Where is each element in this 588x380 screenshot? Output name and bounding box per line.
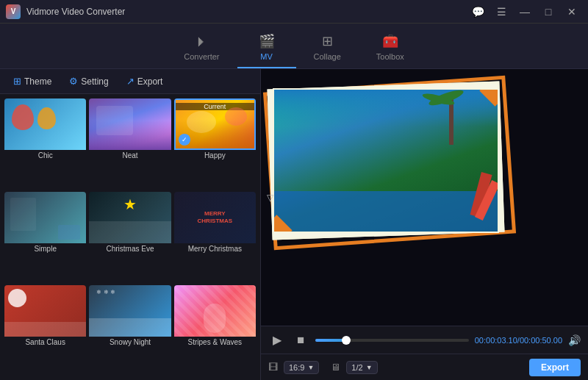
theme-tab-icon: ⊞ [13,76,21,87]
top-nav: ⏵ Converter 🎬 MV ⊞ Collage 🧰 Toolbox [0,24,588,69]
film-icon: 🎞 [268,362,278,373]
title-bar-controls: 💬 ☰ — □ ✕ [467,4,582,19]
play-button[interactable]: ▶ [268,331,286,349]
nav-label-mv: MV [260,52,273,61]
aspect-ratio-value: 16:9 [289,363,304,372]
toolbox-icon: 🧰 [382,33,398,49]
tab-export-label: Export [137,76,163,87]
minimize-button[interactable]: — [514,4,535,19]
export-button[interactable]: Export [529,359,581,376]
theme-neat[interactable]: Neat [89,98,171,189]
tab-theme[interactable]: ⊞ Theme [6,73,59,90]
theme-simple-label: Simple [4,243,86,255]
export-tab-icon: ↗ [126,76,135,87]
theme-happy-check: ✓ [179,134,190,146]
nav-item-converter[interactable]: ⏵ Converter [166,28,237,68]
progress-bar[interactable] [315,339,469,342]
title-bar: V Vidmore Video Converter 💬 ☰ — □ ✕ [0,0,588,24]
theme-snowy-night-label: Snowy Night [89,337,171,348]
tab-theme-label: Theme [24,76,51,87]
speed-select[interactable]: 1/2 ▼ [346,361,377,374]
title-bar-left: V Vidmore Video Converter [6,4,125,19]
merry-text: MERRYCHRISTMAS [198,210,233,224]
theme-christmas-eve[interactable]: ★ Christmas Eve [89,192,171,282]
preview-dropdown-arrow[interactable]: ▽ [267,193,273,203]
nav-label-converter: Converter [184,52,219,61]
theme-santa-claus[interactable]: Santa Claus [4,285,86,376]
time-display: 00:00:03.10/00:00:50.00 [475,336,562,345]
monitor-icon: 🖥 [331,362,340,373]
aspect-ratio-select[interactable]: 16:9 ▼ [284,361,319,374]
theme-christmas-eve-label: Christmas Eve [89,243,171,255]
sub-tabs: ⊞ Theme ⚙ Setting ↗ Export [0,69,260,94]
aspect-dropdown-icon: ▼ [307,364,314,371]
stop-button[interactable]: ⏹ [292,331,309,349]
theme-santa-claus-label: Santa Claus [4,337,86,348]
maximize-button[interactable]: □ [538,4,559,19]
video-preview: ▽ [261,69,588,326]
app-icon: V [6,4,21,19]
mv-icon: 🎬 [259,33,275,49]
theme-happy[interactable]: Current ✓ Happy [174,98,256,189]
app-title: Vidmore Video Converter [26,7,125,17]
nav-item-mv[interactable]: 🎬 MV [237,27,296,68]
converter-icon: ⏵ [195,34,208,49]
right-panel: ▽ ▶ ⏹ 00:00:03.10/00:00:50.00 🔊 🎞 16:9 ▼… [261,69,588,380]
theme-chic[interactable]: Chic [4,98,86,189]
progress-thumb [342,336,351,345]
nav-item-collage[interactable]: ⊞ Collage [296,27,359,68]
tab-export[interactable]: ↗ Export [119,73,171,90]
tab-setting[interactable]: ⚙ Setting [62,73,115,90]
theme-simple[interactable]: Simple [4,192,86,282]
collage-icon: ⊞ [322,33,333,49]
theme-neat-label: Neat [89,150,171,162]
nav-label-collage: Collage [314,52,341,61]
theme-merry-christmas-label: Merry Christmas [174,243,256,255]
theme-grid: Chic Neat Current ✓ Happy [0,94,260,380]
setting-tab-icon: ⚙ [69,76,78,87]
theme-snowy-night[interactable]: ❄ ❄ ❄ Snowy Night [89,285,171,376]
theme-stripes-waves[interactable]: Stripes & Waves [174,285,256,376]
theme-happy-label: Happy [174,150,256,162]
main-layout: ⊞ Theme ⚙ Setting ↗ Export Chic [0,69,588,380]
controls-bar: ▶ ⏹ 00:00:03.10/00:00:50.00 🔊 [261,326,588,354]
controls-bar2: 🎞 16:9 ▼ 🖥 1/2 ▼ Export [261,354,588,380]
menu-button[interactable]: ☰ [491,4,512,19]
nav-item-toolbox[interactable]: 🧰 Toolbox [359,27,422,68]
speed-dropdown-icon: ▼ [366,364,373,371]
speed-value: 1/2 [351,363,362,372]
volume-icon[interactable]: 🔊 [568,334,581,346]
left-panel: ⊞ Theme ⚙ Setting ↗ Export Chic [0,69,261,380]
theme-merry-christmas[interactable]: MERRYCHRISTMAS Merry Christmas [174,192,256,282]
theme-chic-label: Chic [4,150,86,162]
tab-setting-label: Setting [81,76,108,87]
nav-label-toolbox: Toolbox [376,52,404,61]
close-button[interactable]: ✕ [562,4,582,19]
chat-button[interactable]: 💬 [467,4,488,19]
theme-stripes-waves-label: Stripes & Waves [174,337,256,348]
